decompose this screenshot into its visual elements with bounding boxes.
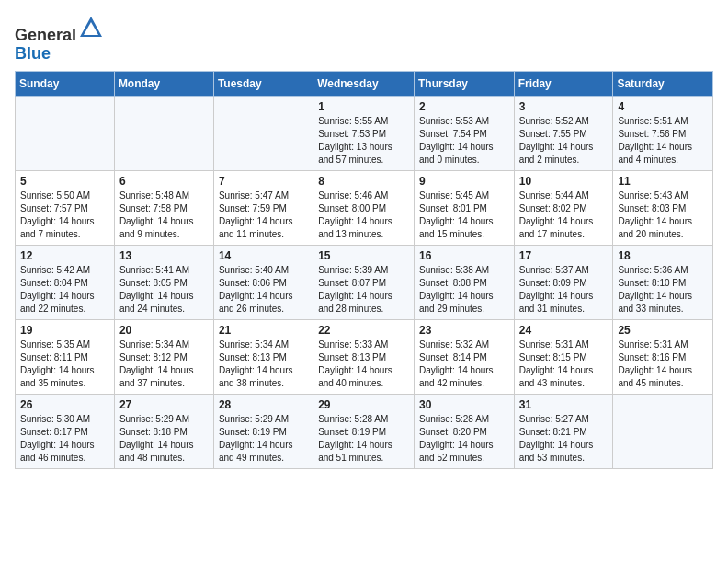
day-info: Sunrise: 5:31 AMSunset: 8:15 PMDaylight:… <box>519 339 609 390</box>
day-info: Sunrise: 5:36 AMSunset: 8:10 PMDaylight:… <box>618 264 708 316</box>
day-number: 9 <box>419 175 509 188</box>
calendar-cell: 2Sunrise: 5:53 AMSunset: 7:54 PMDaylight… <box>414 96 514 170</box>
day-info: Sunrise: 5:51 AMSunset: 7:56 PMDaylight:… <box>618 115 708 167</box>
day-info: Sunrise: 5:55 AMSunset: 7:53 PMDaylight:… <box>318 115 409 167</box>
weekday-header: Saturday <box>613 71 713 96</box>
day-info: Sunrise: 5:52 AMSunset: 7:55 PMDaylight:… <box>519 115 609 167</box>
calendar-table: SundayMondayTuesdayWednesdayThursdayFrid… <box>15 71 713 469</box>
day-number: 2 <box>419 100 509 113</box>
day-info: Sunrise: 5:42 AMSunset: 8:04 PMDaylight:… <box>20 264 109 316</box>
calendar-cell: 16Sunrise: 5:38 AMSunset: 8:08 PMDayligh… <box>414 245 514 319</box>
calendar-cell: 29Sunrise: 5:28 AMSunset: 8:19 PMDayligh… <box>313 394 415 468</box>
day-number: 7 <box>219 175 308 188</box>
calendar-cell <box>613 394 713 468</box>
day-number: 12 <box>20 249 109 262</box>
calendar-cell: 3Sunrise: 5:52 AMSunset: 7:55 PMDaylight… <box>514 96 613 170</box>
day-info: Sunrise: 5:31 AMSunset: 8:16 PMDaylight:… <box>618 339 708 390</box>
logo-blue: Blue <box>15 44 51 63</box>
calendar-header: SundayMondayTuesdayWednesdayThursdayFrid… <box>16 71 713 96</box>
day-info: Sunrise: 5:29 AMSunset: 8:18 PMDaylight:… <box>119 413 209 465</box>
day-number: 20 <box>119 324 209 337</box>
day-info: Sunrise: 5:45 AMSunset: 8:01 PMDaylight:… <box>419 190 509 241</box>
calendar-cell: 28Sunrise: 5:29 AMSunset: 8:19 PMDayligh… <box>213 394 313 468</box>
day-number: 25 <box>618 324 708 337</box>
weekday-header: Tuesday <box>213 71 313 96</box>
weekday-header: Friday <box>514 71 613 96</box>
calendar-week-row: 26Sunrise: 5:30 AMSunset: 8:17 PMDayligh… <box>16 394 713 468</box>
weekday-header: Sunday <box>16 71 115 96</box>
calendar-cell <box>213 96 313 170</box>
day-info: Sunrise: 5:35 AMSunset: 8:11 PMDaylight:… <box>20 339 109 390</box>
day-info: Sunrise: 5:47 AMSunset: 7:59 PMDaylight:… <box>219 190 308 241</box>
day-info: Sunrise: 5:37 AMSunset: 8:09 PMDaylight:… <box>519 264 609 316</box>
weekday-header: Monday <box>114 71 213 96</box>
calendar-cell: 1Sunrise: 5:55 AMSunset: 7:53 PMDaylight… <box>313 96 415 170</box>
calendar-cell: 18Sunrise: 5:36 AMSunset: 8:10 PMDayligh… <box>613 245 713 319</box>
logo-icon <box>78 15 104 40</box>
calendar-cell: 8Sunrise: 5:46 AMSunset: 8:00 PMDaylight… <box>313 170 415 245</box>
day-info: Sunrise: 5:28 AMSunset: 8:20 PMDaylight:… <box>419 413 509 465</box>
day-number: 14 <box>219 249 308 262</box>
day-info: Sunrise: 5:44 AMSunset: 8:02 PMDaylight:… <box>519 190 609 241</box>
day-info: Sunrise: 5:48 AMSunset: 7:58 PMDaylight:… <box>119 190 209 241</box>
day-info: Sunrise: 5:34 AMSunset: 8:13 PMDaylight:… <box>219 339 308 390</box>
day-info: Sunrise: 5:28 AMSunset: 8:19 PMDaylight:… <box>318 413 409 465</box>
calendar-body: 1Sunrise: 5:55 AMSunset: 7:53 PMDaylight… <box>16 96 713 468</box>
day-info: Sunrise: 5:50 AMSunset: 7:57 PMDaylight:… <box>20 190 109 241</box>
day-info: Sunrise: 5:33 AMSunset: 8:13 PMDaylight:… <box>318 339 409 390</box>
calendar-cell: 20Sunrise: 5:34 AMSunset: 8:12 PMDayligh… <box>114 319 213 394</box>
day-number: 4 <box>618 100 708 113</box>
day-info: Sunrise: 5:34 AMSunset: 8:12 PMDaylight:… <box>119 339 209 390</box>
day-info: Sunrise: 5:38 AMSunset: 8:08 PMDaylight:… <box>419 264 509 316</box>
calendar-cell: 13Sunrise: 5:41 AMSunset: 8:05 PMDayligh… <box>114 245 213 319</box>
day-info: Sunrise: 5:39 AMSunset: 8:07 PMDaylight:… <box>318 264 409 316</box>
day-number: 30 <box>419 398 509 411</box>
calendar-week-row: 12Sunrise: 5:42 AMSunset: 8:04 PMDayligh… <box>16 245 713 319</box>
weekday-header: Wednesday <box>313 71 415 96</box>
calendar-cell: 25Sunrise: 5:31 AMSunset: 8:16 PMDayligh… <box>613 319 713 394</box>
calendar-cell: 14Sunrise: 5:40 AMSunset: 8:06 PMDayligh… <box>213 245 313 319</box>
day-number: 11 <box>618 175 708 188</box>
day-number: 1 <box>318 100 409 113</box>
day-number: 17 <box>519 249 609 262</box>
day-number: 15 <box>318 249 409 262</box>
day-number: 16 <box>419 249 509 262</box>
calendar-cell: 21Sunrise: 5:34 AMSunset: 8:13 PMDayligh… <box>213 319 313 394</box>
calendar-cell: 27Sunrise: 5:29 AMSunset: 8:18 PMDayligh… <box>114 394 213 468</box>
day-info: Sunrise: 5:43 AMSunset: 8:03 PMDaylight:… <box>618 190 708 241</box>
day-number: 5 <box>20 175 109 188</box>
logo: General Blue <box>15 15 104 63</box>
page-header: General Blue <box>15 15 713 63</box>
day-info: Sunrise: 5:46 AMSunset: 8:00 PMDaylight:… <box>318 190 409 241</box>
calendar-cell: 10Sunrise: 5:44 AMSunset: 8:02 PMDayligh… <box>514 170 613 245</box>
day-info: Sunrise: 5:27 AMSunset: 8:21 PMDaylight:… <box>519 413 609 465</box>
day-number: 21 <box>219 324 308 337</box>
day-number: 8 <box>318 175 409 188</box>
calendar-cell: 6Sunrise: 5:48 AMSunset: 7:58 PMDaylight… <box>114 170 213 245</box>
day-number: 26 <box>20 398 109 411</box>
weekday-header: Thursday <box>414 71 514 96</box>
calendar-cell <box>16 96 115 170</box>
calendar-cell: 31Sunrise: 5:27 AMSunset: 8:21 PMDayligh… <box>514 394 613 468</box>
calendar-cell: 9Sunrise: 5:45 AMSunset: 8:01 PMDaylight… <box>414 170 514 245</box>
calendar-cell: 11Sunrise: 5:43 AMSunset: 8:03 PMDayligh… <box>613 170 713 245</box>
calendar-week-row: 1Sunrise: 5:55 AMSunset: 7:53 PMDaylight… <box>16 96 713 170</box>
logo-general: General <box>15 26 76 44</box>
calendar-cell: 19Sunrise: 5:35 AMSunset: 8:11 PMDayligh… <box>16 319 115 394</box>
day-info: Sunrise: 5:29 AMSunset: 8:19 PMDaylight:… <box>219 413 308 465</box>
day-info: Sunrise: 5:53 AMSunset: 7:54 PMDaylight:… <box>419 115 509 167</box>
day-number: 6 <box>119 175 209 188</box>
calendar-cell: 23Sunrise: 5:32 AMSunset: 8:14 PMDayligh… <box>414 319 514 394</box>
day-number: 22 <box>318 324 409 337</box>
calendar-cell <box>114 96 213 170</box>
calendar-week-row: 19Sunrise: 5:35 AMSunset: 8:11 PMDayligh… <box>16 319 713 394</box>
day-number: 27 <box>119 398 209 411</box>
calendar-cell: 7Sunrise: 5:47 AMSunset: 7:59 PMDaylight… <box>213 170 313 245</box>
calendar-week-row: 5Sunrise: 5:50 AMSunset: 7:57 PMDaylight… <box>16 170 713 245</box>
calendar-cell: 30Sunrise: 5:28 AMSunset: 8:20 PMDayligh… <box>414 394 514 468</box>
calendar-cell: 22Sunrise: 5:33 AMSunset: 8:13 PMDayligh… <box>313 319 415 394</box>
calendar-cell: 4Sunrise: 5:51 AMSunset: 7:56 PMDaylight… <box>613 96 713 170</box>
day-info: Sunrise: 5:41 AMSunset: 8:05 PMDaylight:… <box>119 264 209 316</box>
calendar-cell: 15Sunrise: 5:39 AMSunset: 8:07 PMDayligh… <box>313 245 415 319</box>
day-number: 10 <box>519 175 609 188</box>
